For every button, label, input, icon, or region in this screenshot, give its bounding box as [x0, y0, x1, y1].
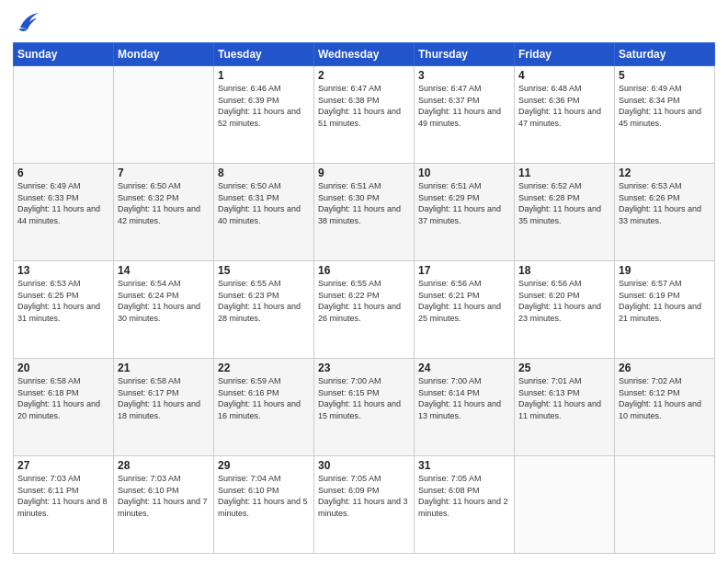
week-row-4: 20Sunrise: 6:58 AM Sunset: 6:18 PM Dayli… [14, 359, 715, 456]
day-number: 17 [418, 264, 510, 277]
day-number: 27 [17, 459, 109, 472]
day-number: 28 [118, 459, 210, 472]
day-number: 30 [318, 459, 410, 472]
day-number: 10 [418, 167, 510, 179]
day-info: Sunrise: 7:03 AM Sunset: 6:11 PM Dayligh… [17, 473, 109, 519]
day-info: Sunrise: 6:53 AM Sunset: 6:25 PM Dayligh… [17, 278, 109, 324]
calendar-cell: 2Sunrise: 6:47 AM Sunset: 6:38 PM Daylig… [314, 66, 415, 164]
day-number: 2 [318, 69, 410, 82]
week-row-3: 13Sunrise: 6:53 AM Sunset: 6:25 PM Dayli… [14, 261, 715, 359]
calendar-cell: 4Sunrise: 6:48 AM Sunset: 6:36 PM Daylig… [515, 66, 615, 164]
day-number: 8 [218, 167, 310, 179]
calendar-cell: 24Sunrise: 7:00 AM Sunset: 6:14 PM Dayli… [415, 359, 515, 456]
day-header-wednesday: Wednesday [314, 43, 415, 66]
week-row-5: 27Sunrise: 7:03 AM Sunset: 6:11 PM Dayli… [14, 456, 715, 554]
day-info: Sunrise: 6:59 AM Sunset: 6:16 PM Dayligh… [218, 375, 310, 421]
day-number: 16 [318, 264, 410, 277]
day-number: 4 [518, 69, 610, 82]
day-number: 14 [118, 264, 210, 277]
calendar-cell: 16Sunrise: 6:55 AM Sunset: 6:22 PM Dayli… [314, 261, 415, 359]
day-info: Sunrise: 7:00 AM Sunset: 6:14 PM Dayligh… [418, 375, 510, 421]
day-info: Sunrise: 6:56 AM Sunset: 6:20 PM Dayligh… [518, 278, 610, 324]
day-header-saturday: Saturday [615, 43, 715, 66]
calendar-cell: 10Sunrise: 6:51 AM Sunset: 6:29 PM Dayli… [415, 164, 515, 261]
day-info: Sunrise: 6:51 AM Sunset: 6:30 PM Dayligh… [318, 180, 410, 226]
day-info: Sunrise: 6:58 AM Sunset: 6:18 PM Dayligh… [17, 375, 109, 421]
logo [13, 9, 44, 35]
calendar-cell: 21Sunrise: 6:58 AM Sunset: 6:17 PM Dayli… [114, 359, 214, 456]
day-number: 11 [518, 167, 610, 179]
calendar-cell: 20Sunrise: 6:58 AM Sunset: 6:18 PM Dayli… [14, 359, 114, 456]
day-number: 21 [118, 362, 210, 374]
day-info: Sunrise: 6:56 AM Sunset: 6:21 PM Dayligh… [418, 278, 510, 324]
day-number: 31 [418, 459, 510, 472]
day-number: 5 [619, 69, 711, 82]
day-header-thursday: Thursday [415, 43, 515, 66]
calendar-cell: 26Sunrise: 7:02 AM Sunset: 6:12 PM Dayli… [615, 359, 715, 456]
calendar-cell: 8Sunrise: 6:50 AM Sunset: 6:31 PM Daylig… [214, 164, 314, 261]
day-header-monday: Monday [114, 43, 214, 66]
day-info: Sunrise: 6:54 AM Sunset: 6:24 PM Dayligh… [118, 278, 210, 324]
day-number: 24 [418, 362, 510, 374]
day-number: 6 [17, 167, 109, 179]
calendar-cell: 27Sunrise: 7:03 AM Sunset: 6:11 PM Dayli… [14, 456, 114, 554]
calendar-cell: 25Sunrise: 7:01 AM Sunset: 6:13 PM Dayli… [515, 359, 615, 456]
calendar-cell: 13Sunrise: 6:53 AM Sunset: 6:25 PM Dayli… [14, 261, 114, 359]
calendar-cell [615, 456, 715, 554]
calendar-cell: 14Sunrise: 6:54 AM Sunset: 6:24 PM Dayli… [114, 261, 214, 359]
day-info: Sunrise: 6:46 AM Sunset: 6:39 PM Dayligh… [218, 83, 310, 129]
calendar-cell: 31Sunrise: 7:05 AM Sunset: 6:08 PM Dayli… [415, 456, 515, 554]
day-info: Sunrise: 6:55 AM Sunset: 6:23 PM Dayligh… [218, 278, 310, 324]
calendar-cell: 22Sunrise: 6:59 AM Sunset: 6:16 PM Dayli… [214, 359, 314, 456]
day-info: Sunrise: 6:47 AM Sunset: 6:37 PM Dayligh… [418, 83, 510, 129]
day-info: Sunrise: 6:53 AM Sunset: 6:26 PM Dayligh… [619, 180, 711, 226]
day-info: Sunrise: 6:49 AM Sunset: 6:33 PM Dayligh… [17, 180, 109, 226]
day-number: 7 [118, 167, 210, 179]
calendar-cell: 11Sunrise: 6:52 AM Sunset: 6:28 PM Dayli… [515, 164, 615, 261]
week-row-1: 1Sunrise: 6:46 AM Sunset: 6:39 PM Daylig… [14, 66, 715, 164]
day-number: 29 [218, 459, 310, 472]
calendar-cell: 18Sunrise: 6:56 AM Sunset: 6:20 PM Dayli… [515, 261, 615, 359]
week-row-2: 6Sunrise: 6:49 AM Sunset: 6:33 PM Daylig… [14, 164, 715, 261]
day-number: 13 [17, 264, 109, 277]
day-number: 19 [619, 264, 711, 277]
day-info: Sunrise: 6:55 AM Sunset: 6:22 PM Dayligh… [318, 278, 410, 324]
logo-icon [13, 9, 40, 35]
calendar-table: SundayMondayTuesdayWednesdayThursdayFrid… [13, 42, 715, 554]
calendar-cell: 19Sunrise: 6:57 AM Sunset: 6:19 PM Dayli… [615, 261, 715, 359]
day-header-friday: Friday [515, 43, 615, 66]
calendar-cell: 23Sunrise: 7:00 AM Sunset: 6:15 PM Dayli… [314, 359, 415, 456]
header [13, 9, 715, 35]
day-info: Sunrise: 6:50 AM Sunset: 6:32 PM Dayligh… [118, 180, 210, 226]
calendar-cell [14, 66, 114, 164]
calendar-cell: 3Sunrise: 6:47 AM Sunset: 6:37 PM Daylig… [415, 66, 515, 164]
day-info: Sunrise: 6:57 AM Sunset: 6:19 PM Dayligh… [619, 278, 711, 324]
day-number: 20 [17, 362, 109, 374]
calendar-cell: 17Sunrise: 6:56 AM Sunset: 6:21 PM Dayli… [415, 261, 515, 359]
day-info: Sunrise: 6:48 AM Sunset: 6:36 PM Dayligh… [518, 83, 610, 129]
day-info: Sunrise: 6:47 AM Sunset: 6:38 PM Dayligh… [318, 83, 410, 129]
day-info: Sunrise: 6:50 AM Sunset: 6:31 PM Dayligh… [218, 180, 310, 226]
calendar-cell: 15Sunrise: 6:55 AM Sunset: 6:23 PM Dayli… [214, 261, 314, 359]
calendar-cell: 6Sunrise: 6:49 AM Sunset: 6:33 PM Daylig… [14, 164, 114, 261]
calendar-cell [515, 456, 615, 554]
calendar-cell: 9Sunrise: 6:51 AM Sunset: 6:30 PM Daylig… [314, 164, 415, 261]
calendar-cell: 7Sunrise: 6:50 AM Sunset: 6:32 PM Daylig… [114, 164, 214, 261]
page: SundayMondayTuesdayWednesdayThursdayFrid… [0, 0, 728, 563]
day-info: Sunrise: 7:04 AM Sunset: 6:10 PM Dayligh… [218, 473, 310, 519]
day-number: 12 [619, 167, 711, 179]
calendar-cell: 12Sunrise: 6:53 AM Sunset: 6:26 PM Dayli… [615, 164, 715, 261]
day-info: Sunrise: 7:00 AM Sunset: 6:15 PM Dayligh… [318, 375, 410, 421]
calendar-cell [114, 66, 214, 164]
calendar-cell: 1Sunrise: 6:46 AM Sunset: 6:39 PM Daylig… [214, 66, 314, 164]
day-info: Sunrise: 7:03 AM Sunset: 6:10 PM Dayligh… [118, 473, 210, 519]
day-number: 1 [218, 69, 310, 82]
day-number: 3 [418, 69, 510, 82]
day-header-sunday: Sunday [14, 43, 114, 66]
day-number: 9 [318, 167, 410, 179]
calendar-cell: 28Sunrise: 7:03 AM Sunset: 6:10 PM Dayli… [114, 456, 214, 554]
day-number: 15 [218, 264, 310, 277]
day-info: Sunrise: 7:05 AM Sunset: 6:09 PM Dayligh… [318, 473, 410, 519]
day-number: 23 [318, 362, 410, 374]
day-header-tuesday: Tuesday [214, 43, 314, 66]
